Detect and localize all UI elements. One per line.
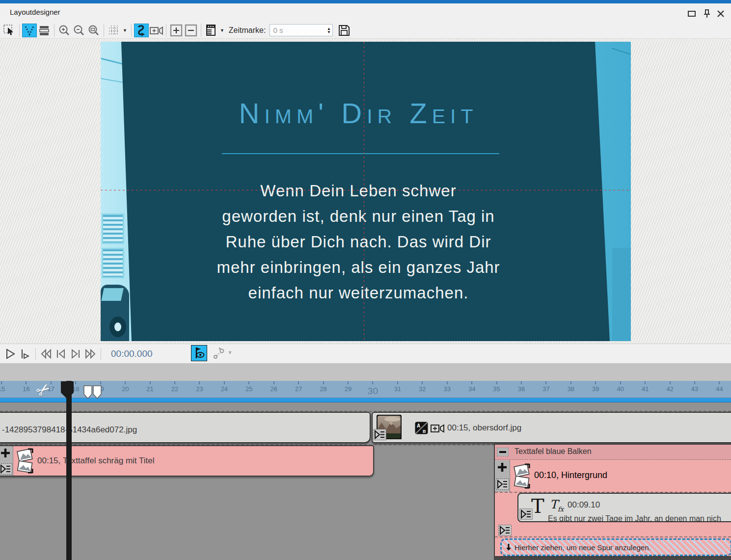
slide-title-divider: [222, 153, 499, 154]
slide-preview[interactable]: Nimm' Dir Zeit Wenn Dein Leben schwergew…: [101, 42, 631, 341]
text-clip[interactable]: T Tfx 00:09.10 Es gibt nur zwei Tage im …: [517, 493, 731, 522]
next-button[interactable]: [68, 347, 83, 361]
fly-in-icon[interactable]: [0, 463, 12, 475]
motion-curve-button[interactable]: [134, 24, 149, 37]
save-button[interactable]: [337, 24, 352, 37]
maximize-icon: [687, 10, 696, 18]
ruler-number: 43: [691, 385, 698, 393]
previous-icon: [55, 348, 67, 360]
ruler-tick: [620, 381, 621, 384]
play-from-cursor-button[interactable]: [18, 347, 32, 361]
zeitmarke-spinner[interactable]: ▲▼: [325, 25, 332, 36]
previous-button[interactable]: [54, 347, 68, 361]
toolbar-separator: [201, 24, 201, 37]
ruler-number: 30: [368, 386, 378, 397]
zeitmarke-input[interactable]: [270, 25, 325, 36]
toolbar-separator: [104, 24, 104, 37]
motion-path-button[interactable]: [212, 347, 227, 360]
maximize-button[interactable]: [685, 8, 698, 20]
select-tool-button[interactable]: [2, 24, 17, 37]
text-clip-duration: 00:09.10: [568, 500, 600, 510]
transition-ab-icon[interactable]: A B: [415, 422, 428, 434]
ruler-number: 42: [666, 385, 673, 393]
motion-path-dropdown-arrow[interactable]: ▼: [227, 349, 233, 355]
slide-body-text[interactable]: Wenn Dein Leben schwergeworden ist, denk…: [113, 178, 604, 306]
zoom-in-button[interactable]: [57, 24, 72, 37]
forward-button[interactable]: [83, 347, 98, 361]
zoom-in-icon: [58, 24, 71, 37]
ruler-tick: [496, 381, 497, 384]
range-flag-icon[interactable]: [93, 385, 102, 399]
window-gap: [0, 363, 731, 381]
marker-eye-icon: [193, 347, 206, 360]
fly-in-icon[interactable]: [373, 429, 386, 440]
chapter-block[interactable]: Texttafel blaue Balken 00:10, Hintergrun…: [494, 444, 731, 557]
timeline-clip[interactable]: -1428953798418-51434a6ed072.jpg: [0, 412, 371, 443]
remove-box-button[interactable]: [184, 24, 198, 37]
camera-pan-button[interactable]: [149, 24, 163, 37]
ruler-tick: [298, 381, 299, 384]
ruler-tick: [545, 381, 546, 384]
layout-canvas[interactable]: Nimm' Dir Zeit Wenn Dein Leben schwergew…: [0, 39, 731, 344]
clip-controls-column: [0, 446, 13, 476]
path-points-button[interactable]: [22, 24, 37, 37]
add-icon[interactable]: [0, 448, 11, 458]
next-icon: [70, 348, 81, 360]
ruler-number: 15: [0, 385, 5, 393]
timeline-clip[interactable]: 00:15, Texttaffel schräg mit Titel: [0, 445, 374, 477]
stacked-photos-icon: [514, 463, 530, 489]
ruler-tick: [719, 381, 720, 384]
add-icon[interactable]: [497, 462, 508, 473]
grid-button[interactable]: [107, 24, 121, 37]
zeitmarke-label: Zeitmarke:: [229, 26, 266, 35]
window-accent-edge: [0, 0, 731, 3]
layers-button[interactable]: [37, 24, 52, 37]
ruler-number: 37: [542, 385, 549, 393]
grid-dropdown-arrow[interactable]: ▼: [123, 28, 127, 33]
clip-label: 00:15, obersdorf.jpg: [447, 423, 521, 433]
ruler-number: 27: [295, 385, 302, 393]
clip-label: 00:15, Texttaffel schräg mit Titel: [37, 456, 154, 466]
timeline-ruler[interactable]: 1516171819202122232425262728293031323334…: [0, 381, 731, 398]
ruler-tick: [323, 381, 324, 384]
stacked-photos-icon: [17, 448, 33, 474]
slide-title-text[interactable]: Nimm' Dir Zeit: [113, 97, 604, 130]
playhead[interactable]: [66, 381, 72, 560]
camera-motion-icon[interactable]: [431, 423, 445, 435]
vertical-guide-line: [364, 42, 364, 341]
close-button[interactable]: [714, 8, 727, 20]
ruler-tick: [372, 381, 373, 384]
down-arrow-icon: [506, 543, 512, 551]
add-box-button[interactable]: [169, 24, 184, 37]
marker-eye-button[interactable]: [191, 345, 207, 361]
timeline-clip[interactable]: A B 00:15, obersdorf.jpg: [372, 412, 731, 443]
properties-dropdown-arrow[interactable]: ▼: [220, 28, 224, 33]
rewind-button[interactable]: [39, 347, 54, 361]
pin-icon: [702, 9, 712, 19]
layout-toolbar: ▼: [0, 22, 731, 39]
pin-button[interactable]: [701, 8, 713, 20]
horizontal-guide-line: [101, 190, 631, 190]
photo-car-hub: [114, 322, 121, 331]
zoom-fit-button[interactable]: [86, 24, 101, 37]
ruler-tick: [26, 381, 27, 384]
chapter-header[interactable]: Texttafel blaue Balken: [495, 445, 731, 460]
text-clip-preview: Es gibt nur zwei Tage im Jahr, an denen …: [548, 514, 721, 522]
play-from-cursor-icon: [19, 348, 31, 360]
toolbar-separator: [54, 24, 54, 37]
range-flag-icon[interactable]: [83, 385, 92, 399]
timeline: 1516171819202122232425262728293031323334…: [0, 381, 731, 560]
new-track-drop-zone[interactable]: Hierher ziehen, um neue Spur anzulegen.: [500, 538, 731, 556]
remove-box-icon: [185, 24, 197, 37]
collapse-icon[interactable]: [497, 448, 509, 456]
fly-in-icon[interactable]: [519, 508, 533, 520]
fly-in-icon[interactable]: [496, 479, 509, 490]
ruler-tick: [670, 381, 671, 384]
zoom-out-button[interactable]: [72, 24, 86, 37]
play-button[interactable]: [3, 347, 18, 361]
playhead-handle[interactable]: [61, 381, 74, 400]
fly-in-icon[interactable]: [498, 525, 512, 536]
ruler-tick: [75, 381, 76, 384]
timeline-clip[interactable]: 00:10, Hintergrund: [495, 460, 731, 492]
properties-button[interactable]: [204, 24, 218, 37]
